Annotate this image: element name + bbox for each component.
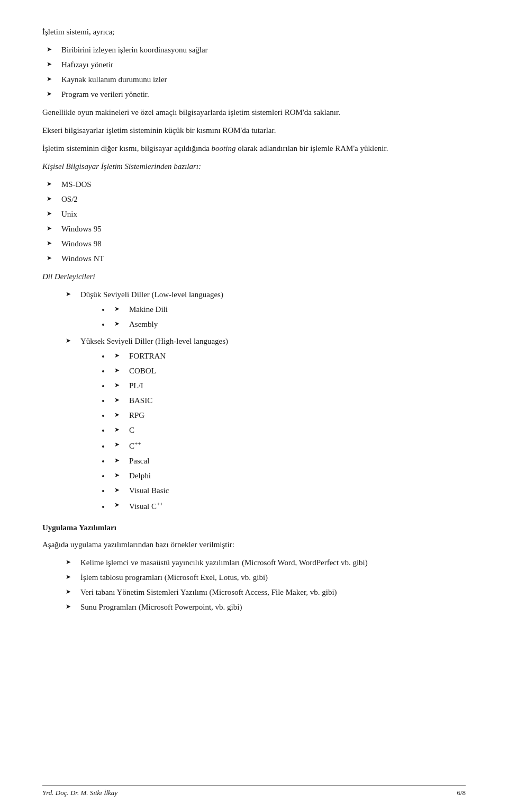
list-item: Pascal [110, 454, 466, 467]
list-item: Unix [42, 208, 466, 220]
list-item: Veri tabanı Yönetim Sistemleri Yazılımı … [61, 586, 466, 599]
list-item: Sunu Programları (Microsoft Powerpoint, … [61, 601, 466, 613]
list-item: Delphi [110, 469, 466, 482]
low-level-items: Makine Dili Asembly [80, 303, 466, 331]
list-item: Visual Basic [110, 484, 466, 497]
para2: Ekseri bilgisayarlar işletim sisteminin … [42, 124, 466, 137]
para3-after: olarak adlandırılan bir işlemle RAM'a yü… [235, 144, 388, 153]
low-level-list: Düşük Seviyeli Diller (Low-level languag… [42, 288, 466, 513]
list-item: Biribirini izleyen işlerin koordinasyonu… [42, 43, 466, 56]
list-item: Program ve verileri yönetir. [42, 88, 466, 101]
list-item: İşlem tablosu programları (Microsoft Exe… [61, 571, 466, 584]
list-item: C++ [110, 439, 466, 452]
footer-page-number: 6/8 [457, 789, 466, 797]
app-heading: Uygulama Yazılımları [42, 521, 466, 534]
list-item: COBOL [110, 364, 466, 377]
page-container: İşletim sistemi, ayrıca; Biribirini izle… [0, 0, 508, 812]
list-item: Windows NT [42, 252, 466, 265]
para1: Genellikle oyun makineleri ve özel amaçl… [42, 106, 466, 119]
high-level-label: Yüksek Seviyeli Diller (High-level langu… [61, 335, 466, 513]
list-item: C [110, 424, 466, 436]
list-item: Windows 98 [42, 237, 466, 250]
os-list: MS-DOS OS/2 Unix Windows 95 Windows 98 W… [42, 178, 466, 265]
booting-word: booting [212, 144, 236, 153]
low-level-label: Düşük Seviyeli Diller (Low-level languag… [61, 288, 466, 331]
high-level-items: FORTRAN COBOL PL/I BASIC RPG C C++ Pasca… [80, 350, 466, 513]
list-item: OS/2 [42, 193, 466, 206]
list-item: RPG [110, 409, 466, 422]
list-item: Visual C++ [110, 499, 466, 513]
para3: İşletim sisteminin diğer kısmı, bilgisay… [42, 142, 466, 155]
dil-heading: Dil Derleyicileri [42, 270, 466, 283]
list-item: Windows 95 [42, 222, 466, 235]
section-heading: Kişisel Bilgisayar İşletim Sistemlerinde… [42, 160, 466, 173]
list-item: Kaynak kullanım durumunu izler [42, 73, 466, 86]
list-item: Hafızayı yönetir [42, 58, 466, 71]
app-intro: Aşağıda uygulama yazılımlarından bazı ör… [42, 538, 466, 551]
page-footer: Yrd. Doç. Dr. M. Sıtkı İlkay 6/8 [42, 785, 466, 797]
list-item: Kelime işlemci ve masaüstü yayıncılık ya… [61, 556, 466, 569]
para3-before: İşletim sisteminin diğer kısmı, bilgisay… [42, 144, 212, 153]
list-item: FORTRAN [110, 350, 466, 362]
list-item: PL/I [110, 379, 466, 392]
intro-text: İşletim sistemi, ayrıca; [42, 25, 466, 38]
list-item: BASIC [110, 394, 466, 407]
list-item: Asembly [110, 318, 466, 331]
list-item: Makine Dili [110, 303, 466, 316]
content-area: İşletim sistemi, ayrıca; Biribirini izle… [42, 25, 466, 613]
list-item: MS-DOS [42, 178, 466, 191]
intro-bullet-list: Biribirini izleyen işlerin koordinasyonu… [42, 43, 466, 101]
app-list: Kelime işlemci ve masaüstü yayıncılık ya… [42, 556, 466, 613]
footer-author: Yrd. Doç. Dr. M. Sıtkı İlkay [42, 789, 117, 797]
